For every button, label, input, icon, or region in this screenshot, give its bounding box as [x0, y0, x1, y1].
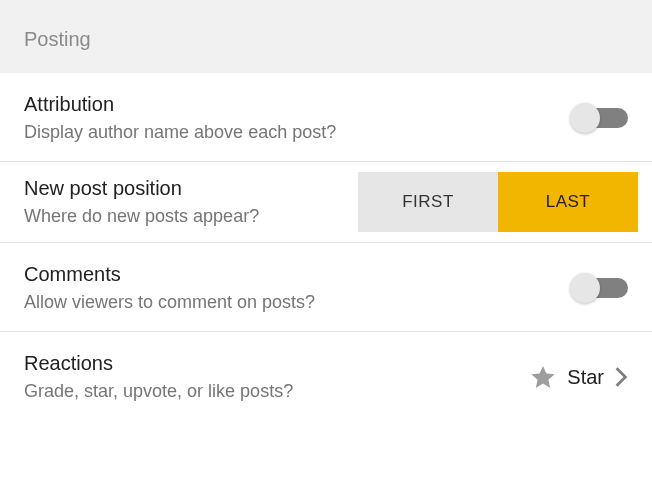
reactions-title: Reactions [24, 352, 293, 375]
row-new-post-position: New post position Where do new posts app… [0, 162, 652, 243]
position-segmented: FIRST LAST [358, 172, 638, 232]
row-comments: Comments Allow viewers to comment on pos… [0, 243, 652, 332]
row-text: New post position Where do new posts app… [24, 177, 259, 227]
star-icon [529, 363, 557, 391]
reactions-value[interactable]: Star [529, 363, 628, 391]
attribution-toggle[interactable] [572, 108, 628, 128]
reactions-subtitle: Grade, star, upvote, or like posts? [24, 381, 293, 402]
chevron-right-icon [614, 366, 628, 388]
position-title: New post position [24, 177, 259, 200]
reactions-selected-label: Star [567, 366, 604, 389]
toggle-knob [570, 103, 600, 133]
attribution-subtitle: Display author name above each post? [24, 122, 336, 143]
position-option-first[interactable]: FIRST [358, 172, 498, 232]
position-subtitle: Where do new posts appear? [24, 206, 259, 227]
row-text: Attribution Display author name above ea… [24, 93, 336, 143]
position-option-last[interactable]: LAST [498, 172, 638, 232]
section-header-posting: Posting [0, 0, 652, 73]
comments-toggle[interactable] [572, 278, 628, 298]
comments-title: Comments [24, 263, 315, 286]
section-title: Posting [24, 28, 91, 50]
row-reactions[interactable]: Reactions Grade, star, upvote, or like p… [0, 332, 652, 420]
row-text: Reactions Grade, star, upvote, or like p… [24, 352, 293, 402]
attribution-title: Attribution [24, 93, 336, 116]
row-attribution: Attribution Display author name above ea… [0, 73, 652, 162]
row-text: Comments Allow viewers to comment on pos… [24, 263, 315, 313]
toggle-knob [570, 273, 600, 303]
comments-subtitle: Allow viewers to comment on posts? [24, 292, 315, 313]
